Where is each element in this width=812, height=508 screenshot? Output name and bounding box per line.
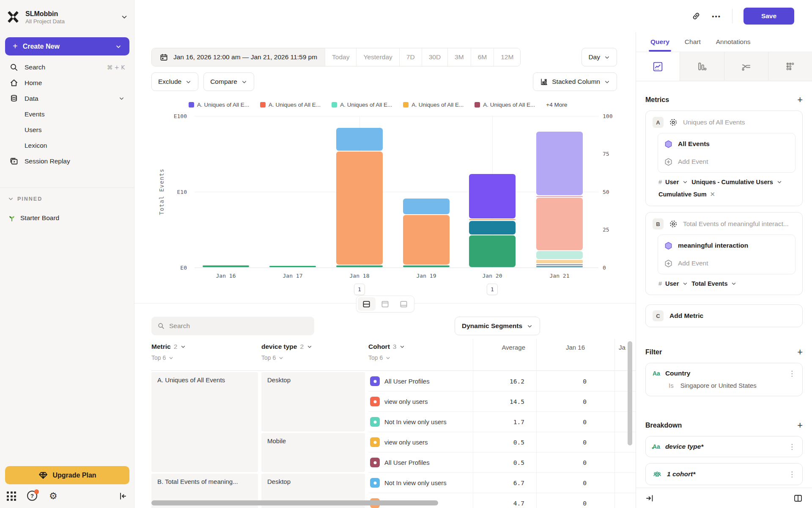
more-menu-icon[interactable]: •••: [712, 13, 721, 20]
table-cell-next[interactable]: [614, 412, 638, 432]
filter-operator[interactable]: Is: [669, 382, 674, 389]
table-cell-next[interactable]: [614, 392, 638, 412]
device-group-cell[interactable]: Desktop: [261, 372, 365, 431]
device-group-cell[interactable]: Mobile: [261, 433, 365, 472]
bar-segment-jan-21[interactable]: [536, 196, 583, 197]
cumulative-sum-chip[interactable]: Cumulative Sum: [658, 191, 707, 198]
table-cell-jan-16[interactable]: 0: [536, 473, 614, 493]
chart-type-dropdown[interactable]: Stacked Column: [533, 72, 617, 91]
bar-segment-jan-18[interactable]: [336, 128, 383, 151]
bar-segment-jan-20[interactable]: [469, 221, 516, 235]
preset-7d[interactable]: 7D: [399, 48, 422, 66]
table-cell-jan-16[interactable]: 0: [536, 493, 614, 508]
metric-card-b[interactable]: B Total Events of meaningful interact...…: [645, 212, 803, 295]
layout-table-only-button[interactable]: [395, 297, 413, 311]
add-event-button[interactable]: Add Event: [664, 254, 789, 272]
event-row[interactable]: All Events: [664, 135, 789, 153]
add-breakdown-plus-icon[interactable]: +: [797, 421, 803, 430]
metric-card-a[interactable]: A Uniques of All Events All Events Add E…: [645, 110, 803, 206]
table-cell-jan-16[interactable]: 0: [536, 453, 614, 473]
kebab-menu-icon[interactable]: ⋮: [788, 442, 796, 451]
aggregation-dropdown[interactable]: Uniques - Cumulative Users: [691, 179, 773, 185]
table-row-cohort[interactable]: Not In view only users: [368, 473, 473, 493]
exclude-dropdown[interactable]: Exclude: [151, 72, 198, 91]
bar-segment-jan-19[interactable]: [403, 265, 450, 267]
add-metric-card[interactable]: C Add Metric: [645, 304, 803, 327]
table-cell-next[interactable]: [614, 453, 638, 473]
table-row-cohort[interactable]: view only users: [368, 392, 473, 412]
column-header-metric[interactable]: Metric2: [151, 343, 186, 351]
column-header-device-type[interactable]: device type2: [261, 343, 313, 351]
split-pane-icon[interactable]: [793, 494, 803, 503]
table-cell-average[interactable]: 6.7: [473, 473, 536, 493]
preset-30d[interactable]: 30D: [422, 48, 447, 66]
bar-segment-jan-19[interactable]: [403, 199, 450, 214]
sidebar-item-lexicon[interactable]: Lexicon: [0, 138, 134, 153]
filter-value[interactable]: Singapore or United States: [680, 382, 757, 389]
remove-chip-icon[interactable]: ✕: [710, 190, 716, 198]
bar-segment-jan-16[interactable]: [203, 265, 249, 267]
metric-title[interactable]: Uniques of All Events: [683, 119, 745, 126]
sidebar-item-events[interactable]: Events: [0, 106, 134, 122]
chart-type-metric-tab[interactable]: [768, 52, 812, 81]
aggregation-dropdown[interactable]: Total Events: [691, 280, 727, 287]
bar-segment-jan-21[interactable]: [536, 260, 583, 263]
bar-segment-jan-18[interactable]: [336, 265, 383, 267]
collapse-sidebar-icon[interactable]: [118, 491, 127, 501]
legend-more-button[interactable]: +4 More: [546, 102, 567, 108]
layout-split-view-button[interactable]: [358, 297, 376, 311]
chart-type-line-tab[interactable]: [636, 52, 680, 81]
bar-segment-jan-20[interactable]: [469, 235, 516, 267]
search-input[interactable]: [169, 322, 308, 330]
bar-segment-jan-20[interactable]: [469, 219, 516, 221]
table-row-cohort[interactable]: view only users: [368, 432, 473, 453]
upgrade-plan-button[interactable]: Upgrade Plan: [5, 466, 129, 484]
help-button[interactable]: ?: [27, 491, 38, 502]
legend-item[interactable]: A. Uniques of All E...: [403, 102, 464, 108]
sidebar-item-starter-board[interactable]: Starter Board: [8, 214, 59, 222]
chart-type-flow-tab[interactable]: [724, 52, 768, 81]
add-event-button[interactable]: Add Event: [664, 153, 789, 171]
add-filter-plus-icon[interactable]: +: [797, 348, 803, 357]
column-header-jan-16[interactable]: Jan 16: [536, 344, 614, 351]
table-row-cohort[interactable]: All User Profiles: [368, 453, 473, 473]
metric-group-cell[interactable]: A. Uniques of All Events: [151, 372, 258, 472]
legend-item[interactable]: A. Uniques of All E...: [475, 102, 535, 108]
sidebar-item-home[interactable]: Home: [0, 75, 134, 91]
table-cell-average[interactable]: 0.5: [473, 453, 536, 473]
table-cell-average[interactable]: 4.7: [473, 493, 536, 508]
cohort-top-filter[interactable]: Top 6: [368, 354, 405, 361]
kebab-menu-icon[interactable]: ⋮: [788, 470, 796, 478]
table-cell-next[interactable]: [614, 371, 638, 392]
preset-6m[interactable]: 6M: [471, 48, 494, 66]
date-range-picker[interactable]: Jan 16, 2026 12:00 am — Jan 21, 2026 11:…: [152, 48, 325, 66]
apps-grid-icon[interactable]: [7, 491, 16, 501]
add-metric-plus-icon[interactable]: +: [797, 95, 803, 105]
bar-segment-jan-21[interactable]: [536, 198, 583, 250]
table-cell-jan-16[interactable]: 0: [536, 392, 614, 412]
table-cell-average[interactable]: 16.2: [473, 371, 536, 392]
annotation-marker[interactable]: 1: [487, 284, 498, 295]
copy-link-icon[interactable]: [691, 11, 701, 21]
metric-top-filter[interactable]: Top 6: [151, 354, 186, 361]
table-cell-next[interactable]: [614, 432, 638, 453]
preset-yesterday[interactable]: Yesterday: [356, 48, 399, 66]
sidebar-item-search[interactable]: Search⌘ + K: [0, 59, 134, 75]
table-cell-jan-16[interactable]: 0: [536, 432, 614, 453]
bar-segment-jan-17[interactable]: [269, 266, 316, 267]
column-header-next-date[interactable]: Ja: [619, 344, 625, 351]
device-top-filter[interactable]: Top 6: [261, 354, 313, 361]
create-new-button[interactable]: + Create New: [5, 37, 129, 55]
legend-item[interactable]: A. Uniques of All E...: [189, 102, 249, 108]
table-row-cohort[interactable]: All User Profiles: [368, 371, 473, 392]
layout-chart-only-button[interactable]: [376, 297, 394, 311]
bar-segment-jan-18[interactable]: [336, 152, 383, 265]
sidebar-item-session-replay[interactable]: Session Replay: [0, 153, 134, 169]
table-row-cohort[interactable]: Not In view only users: [368, 412, 473, 432]
vertical-scrollbar[interactable]: [628, 341, 632, 445]
table-cell-next[interactable]: [614, 473, 638, 493]
dynamic-segments-dropdown[interactable]: Dynamic Segments: [455, 317, 540, 335]
bar-segment-jan-19[interactable]: [403, 215, 450, 265]
bar-segment-jan-20[interactable]: [469, 174, 516, 218]
preset-3m[interactable]: 3M: [447, 48, 471, 66]
